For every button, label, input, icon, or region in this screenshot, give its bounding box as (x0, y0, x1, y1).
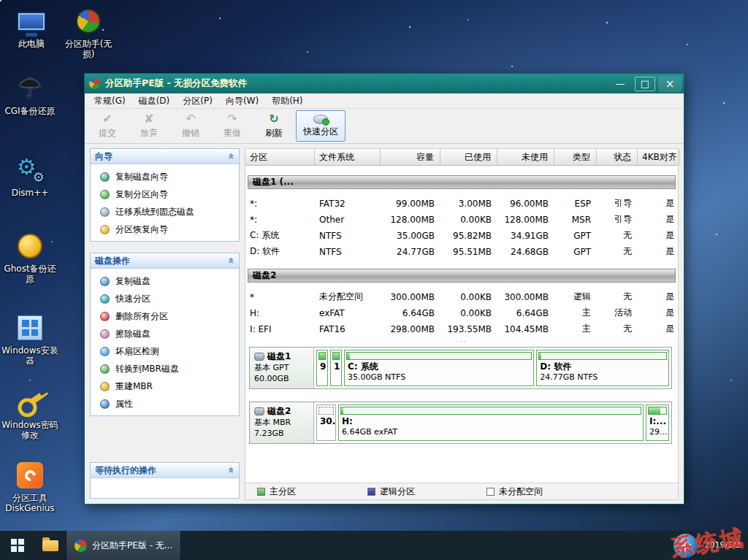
minimize-button[interactable]: — (608, 76, 632, 92)
desktop-icon-ghost-backup[interactable]: Ghost备份还原 (1, 231, 58, 284)
column-header-4k-aligned[interactable]: 4KB对齐 (638, 149, 680, 165)
cell: H: (245, 306, 315, 320)
sidebar-item-properties[interactable]: 属性 (92, 395, 237, 413)
sidebar-item-rebuild-mbr[interactable]: 重建MBR (92, 377, 237, 395)
pending-operations-header[interactable]: 等待执行的操作 « (91, 463, 239, 478)
disk1-info[interactable]: 磁盘1 基本 GPT 60.00GB (250, 348, 314, 388)
sidebar-item-quick-partition[interactable]: 快速分区 (92, 290, 237, 307)
desktop-icon-label: Windows密码修改 (1, 420, 58, 440)
collapse-icon[interactable]: « (225, 467, 237, 473)
sidebar-item-bad-sector-check[interactable]: 坏扇区检测 (92, 342, 237, 360)
cell: NTFS (315, 245, 381, 258)
menu-wizard[interactable]: 向导(W) (219, 93, 265, 109)
column-header-filesystem[interactable]: 文件系统 (315, 149, 381, 165)
umbrella-icon: ☂ (18, 75, 42, 101)
partition-block-esp[interactable]: 9 (316, 350, 328, 386)
cell: 298.00MB (381, 322, 440, 336)
redo-button[interactable]: ↷ 重做 (213, 110, 252, 142)
menu-disk[interactable]: 磁盘(D) (132, 93, 177, 109)
table-row[interactable]: I: EFI FAT16 298.00MB 193.55MB 104.45MB … (245, 321, 678, 337)
sidebar-item-copy-partition-wizard[interactable]: 复制分区向导 (92, 185, 237, 203)
cell: 是 (638, 243, 680, 259)
sidebar-item-label: 属性 (115, 398, 133, 410)
sidebar-item-delete-all-partitions[interactable]: 删除所有分区 (92, 307, 237, 325)
splitter-handle[interactable]: ··· (245, 337, 678, 345)
column-header-partition[interactable]: 分区 (245, 149, 315, 165)
undo-button[interactable]: ↶ 撤销 (171, 110, 210, 142)
properties-icon (100, 399, 110, 409)
wipe-disk-icon (100, 329, 110, 339)
menu-partition[interactable]: 分区(P) (176, 93, 219, 109)
sidebar-item-partition-recovery-wizard[interactable]: 分区恢复向导 (92, 220, 237, 238)
desktop-icon-partition-assistant[interactable]: 分区助手(无损) (60, 6, 117, 59)
taskbar-app-button[interactable]: 分区助手PE版 - 无... (66, 531, 181, 560)
sidebar-item-wipe-disk[interactable]: 擦除磁盘 (92, 325, 237, 342)
partition-sub-label: 6.64GB exFAT (339, 427, 643, 437)
partition-block-c[interactable]: C: 系统 35.00GB NTFS (344, 350, 534, 386)
copy-partition-wizard-icon (100, 190, 110, 199)
table-row[interactable]: * 未分配空间 300.00MB 0.00KB 300.00MB 逻辑 无 是 (245, 288, 678, 304)
tray-clock[interactable]: 2019/5/3 (705, 540, 741, 551)
cell: 引导 (597, 211, 638, 227)
refresh-icon: ↻ (269, 112, 278, 126)
column-header-unused[interactable]: 未使用 (497, 149, 554, 165)
refresh-button[interactable]: ↻ 刷新 (254, 110, 294, 142)
sidebar-item-convert-to-mbr[interactable]: 转换到MBR磁盘 (92, 360, 237, 377)
column-header-used[interactable]: 已使用 (440, 149, 497, 165)
desktop-icon-windows-password[interactable]: Windows密码修改 (1, 387, 58, 440)
column-header-status[interactable]: 状态 (597, 149, 638, 165)
sidebar-item-copy-disk[interactable]: 复制磁盘 (92, 272, 237, 290)
partition-block-d[interactable]: D: 软件 24.77GB NTFS (536, 350, 669, 386)
cell: *: (245, 212, 315, 226)
partition-block-msr[interactable]: 1 (330, 350, 342, 386)
discard-button[interactable]: ✘ 放弃 (129, 110, 169, 142)
desktop-icon-dism[interactable]: ⚙⚙ Dism++ (1, 155, 58, 198)
wizard-section-header[interactable]: 向导 « (91, 149, 239, 164)
submit-button[interactable]: ✔ 提交 (88, 110, 127, 142)
table-row[interactable]: *: FAT32 99.00MB 3.00MB 96.00MB ESP 引导 是 (245, 195, 678, 211)
disk-operations-section-header[interactable]: 磁盘操作 « (91, 253, 239, 269)
table-row[interactable]: H: exFAT 6.64GB 0.00KB 6.64GB 主 活动 是 (245, 304, 678, 321)
cell: 300.00MB (381, 290, 440, 304)
discard-label: 放弃 (140, 127, 158, 139)
cell: 活动 (597, 304, 638, 321)
desktop-icon-windows-installer[interactable]: Windows安装器 (1, 312, 58, 366)
disk2-group-header[interactable]: 磁盘2 (248, 269, 676, 283)
partition-label: C: 系统 (345, 361, 533, 372)
start-button[interactable] (0, 531, 35, 560)
collapse-icon[interactable]: « (225, 153, 237, 159)
legend-primary: 主分区 (257, 486, 296, 498)
collapse-icon[interactable]: « (225, 257, 237, 264)
menu-general[interactable]: 常规(G) (88, 93, 132, 109)
tray-brand-icon[interactable] (673, 534, 698, 558)
desktop-icon-diskgenius[interactable]: 分区工具 DiskGenius (1, 460, 58, 513)
partition-block-h[interactable]: H: 6.64GB exFAT (338, 404, 644, 441)
disk1-group-header[interactable]: 磁盘1 (... (248, 175, 676, 189)
partition-label: D: 软件 (537, 361, 668, 372)
partition-block-unallocated[interactable]: 30... (316, 404, 336, 441)
table-row[interactable]: C: 系统 NTFS 35.00GB 95.82MB 34.91GB GPT 无… (245, 227, 678, 243)
table-row[interactable]: D: 软件 NTFS 24.77GB 95.51MB 24.68GB GPT 无… (245, 243, 678, 259)
cell: exFAT (315, 306, 381, 320)
column-header-capacity[interactable]: 容量 (381, 149, 440, 165)
disk2-info[interactable]: 磁盘2 基本 MBR 7.23GB (250, 402, 314, 443)
pending-operations-list[interactable] (91, 478, 239, 498)
quick-partition-button[interactable]: 快速分区 (296, 110, 346, 142)
maximize-button[interactable]: □ (635, 77, 655, 91)
desktop-icon-label: 分区助手(无损) (65, 39, 112, 59)
menu-help[interactable]: 帮助(H) (265, 93, 309, 109)
close-button[interactable]: × (658, 76, 682, 92)
wallpaper-stars (0, 0, 1, 1)
column-header-type[interactable]: 类型 (554, 149, 597, 165)
windows-installer-icon (18, 315, 42, 340)
window-titlebar[interactable]: 分区助手PE版 - 无损分区免费软件 — □ × (85, 74, 684, 93)
taskbar-explorer-button[interactable] (35, 531, 66, 560)
partition-recovery-icon (100, 225, 110, 234)
partition-block-i[interactable]: I:... 29... (646, 404, 669, 441)
table-row[interactable]: *: Other 128.00MB 0.00KB 128.00MB MSR 引导… (245, 211, 678, 227)
desktop-icon-this-pc[interactable]: 此电脑 (3, 6, 60, 49)
sidebar-item-label: 擦除磁盘 (115, 328, 150, 340)
sidebar-item-migrate-os-to-ssd[interactable]: 迁移系统到固态磁盘 (92, 203, 237, 220)
sidebar-item-copy-disk-wizard[interactable]: 复制磁盘向导 (92, 168, 237, 185)
desktop-icon-cgi-backup[interactable]: ☂ CGI备份还原 (1, 73, 58, 116)
